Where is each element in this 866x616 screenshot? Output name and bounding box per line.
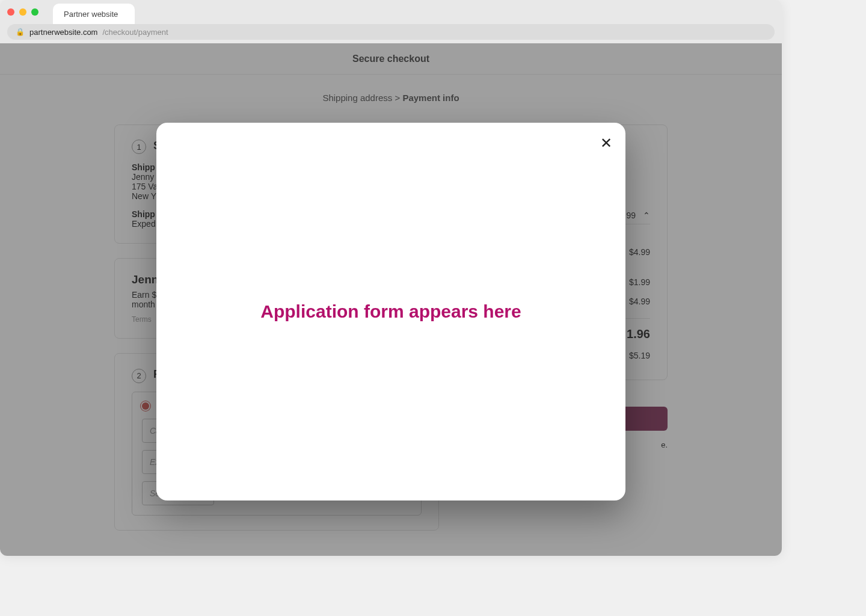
browser-chrome: Partner website <box>0 0 782 24</box>
close-window-icon[interactable] <box>7 8 14 16</box>
maximize-window-icon[interactable] <box>31 8 38 16</box>
lock-icon: 🔒 <box>16 28 25 36</box>
minimize-window-icon[interactable] <box>19 8 26 16</box>
window-controls <box>7 8 48 16</box>
url-host: partnerwebsite.com <box>29 28 97 37</box>
modal-message: Application form appears here <box>260 301 521 322</box>
browser-tab[interactable]: Partner website <box>53 4 135 24</box>
address-bar[interactable]: 🔒 partnerwebsite.com/checkout/payment <box>7 24 775 40</box>
address-bar-container: 🔒 partnerwebsite.com/checkout/payment <box>0 24 782 43</box>
close-button[interactable]: ✕ <box>600 136 612 150</box>
tab-title: Partner website <box>64 10 118 19</box>
close-icon: ✕ <box>600 135 612 151</box>
browser-window: Partner website 🔒 partnerwebsite.com/che… <box>0 0 782 556</box>
url-path: /checkout/payment <box>102 28 168 37</box>
application-modal: ✕ Application form appears here <box>156 123 625 500</box>
